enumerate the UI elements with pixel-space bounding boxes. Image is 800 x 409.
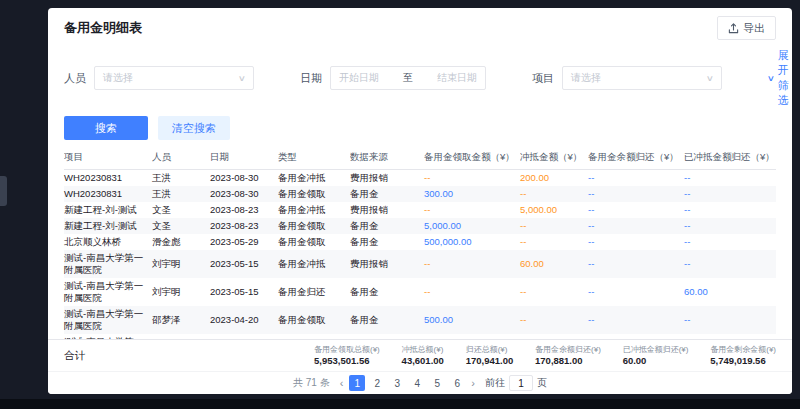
chevron-down-icon: ∨ xyxy=(767,74,775,83)
summary-item: 冲抵总额(¥)43,601.00 xyxy=(402,344,444,367)
offset-amount-cell: 200.00 xyxy=(520,170,588,187)
collapsed-sidebar-handle[interactable] xyxy=(0,176,7,206)
page-button[interactable]: 5 xyxy=(429,375,445,391)
offset-return-cell: -- xyxy=(684,186,776,202)
project-filter: 项目 请选择 ∨ xyxy=(532,66,722,90)
person-cell: 王洪 xyxy=(152,170,210,187)
offset-amount-cell: 5,000.00 xyxy=(520,202,588,218)
offset-return-cell: -- xyxy=(684,170,776,187)
summary-item-value: 170,881.00 xyxy=(535,355,601,367)
source-cell: 费用报销 xyxy=(350,250,424,278)
type-cell: 备用金冲抵 xyxy=(278,250,350,278)
summary-item: 备用金余额归还(¥)170,881.00 xyxy=(535,344,601,367)
date-cell: 2023-08-23 xyxy=(210,202,278,218)
date-filter: 日期 开始日期 至 结束日期 xyxy=(300,66,486,90)
source-cell: 备用金 xyxy=(350,218,424,234)
offset-amount-cell: -- xyxy=(520,306,588,334)
received-amount-cell: 500,000.00 xyxy=(424,234,520,250)
table-row: 新建工程-刘-测试文圣2023-08-23备用金领取备用金5,000.00---… xyxy=(64,218,776,234)
type-cell: 备用金归还 xyxy=(278,278,350,306)
person-filter-label: 人员 xyxy=(64,71,86,86)
received-amount-cell: -- xyxy=(424,170,520,187)
type-cell: 备用金冲抵 xyxy=(278,202,350,218)
export-icon xyxy=(728,23,739,34)
offset-return-cell: -- xyxy=(684,202,776,218)
total-count-text: 共 71 条 xyxy=(293,376,330,390)
received-amount-cell: 500.00 xyxy=(424,306,520,334)
column-header: 冲抵金额（¥） xyxy=(520,146,588,170)
date-end-placeholder: 结束日期 xyxy=(437,71,477,85)
prev-page-icon[interactable]: ‹ xyxy=(338,377,346,389)
summary-item-value: 43,601.00 xyxy=(402,355,444,367)
data-table: 项目人员日期类型数据来源备用金领取金额（¥）冲抵金额（¥）备用金余额归还（¥）已… xyxy=(48,146,792,339)
offset-return-cell: -- xyxy=(684,234,776,250)
card-header: 备用金明细表 导出 xyxy=(48,8,792,44)
export-button[interactable]: 导出 xyxy=(717,16,776,40)
source-cell: 备用金 xyxy=(350,234,424,250)
page-button[interactable]: 4 xyxy=(409,375,425,391)
project-select[interactable]: 请选择 ∨ xyxy=(562,66,722,90)
column-header: 备用金领取金额（¥） xyxy=(424,146,520,170)
clear-search-button[interactable]: 清空搜索 xyxy=(158,116,230,140)
table-row: WH20230831王洪2023-08-30备用金冲抵费用报销--200.00-… xyxy=(64,170,776,187)
type-cell: 备用金冲抵 xyxy=(278,170,350,187)
page-button[interactable]: 1 xyxy=(349,375,365,391)
app-background: 备用金明细表 导出 人员 请选择 ∨ 日期 xyxy=(0,0,800,409)
offset-amount-cell: 60.00 xyxy=(520,250,588,278)
project-cell: WH20230831 xyxy=(64,170,152,187)
source-cell: 备用金 xyxy=(350,186,424,202)
chevron-down-icon: ∨ xyxy=(706,74,714,83)
summary-item: 备用金领取总额(¥)5,953,501.56 xyxy=(314,344,380,367)
table-row: 新建工程-刘-测试文圣2023-08-23备用金冲抵费用报销--5,000.00… xyxy=(64,202,776,218)
page-button[interactable]: 6 xyxy=(449,375,465,391)
search-button[interactable]: 搜索 xyxy=(64,116,148,140)
filter-bar: 人员 请选择 ∨ 日期 开始日期 至 结束日期 项目 请选择 ∨ xyxy=(48,44,792,108)
person-cell: 刘宇明 xyxy=(152,250,210,278)
table-row: 测试-南昌大学第一附属医院邵梦泽2023-04-20备用金领取备用金500.00… xyxy=(64,306,776,334)
column-header: 已冲抵金额归还（¥） xyxy=(684,146,776,170)
summary-item-value: 5,953,501.56 xyxy=(314,355,380,367)
person-cell: 刘宇明 xyxy=(152,278,210,306)
taskbar-strip xyxy=(0,399,800,409)
offset-return-cell: -- xyxy=(684,306,776,334)
date-range-picker[interactable]: 开始日期 至 结束日期 xyxy=(330,66,486,90)
date-cell: 2023-04-20 xyxy=(210,306,278,334)
received-amount-cell: -- xyxy=(424,202,520,218)
balance-return-cell: -- xyxy=(588,186,684,202)
column-header: 项目 xyxy=(64,146,152,170)
summary-item-value: 5,749,019.56 xyxy=(710,355,776,367)
date-range-separator: 至 xyxy=(403,71,413,85)
page-title: 备用金明细表 xyxy=(64,19,142,37)
summary-total-label: 合计 xyxy=(64,349,85,363)
project-cell: 新建工程-刘-测试 xyxy=(64,218,152,234)
goto-page-input[interactable] xyxy=(509,375,533,391)
source-cell: 费用报销 xyxy=(350,170,424,187)
summary-item-label: 冲抵总额(¥) xyxy=(402,344,444,355)
goto-page: 前往 页 xyxy=(485,375,547,391)
column-header: 备用金余额归还（¥） xyxy=(588,146,684,170)
balance-return-cell: -- xyxy=(588,202,684,218)
table-row: 北京顺义林桥滑金彪2023-05-29备用金领取备用金500,000.00---… xyxy=(64,234,776,250)
expand-filters-link[interactable]: ∨ 展开筛选 xyxy=(768,48,789,108)
received-amount-cell: 5,000.00 xyxy=(424,218,520,234)
page-button[interactable]: 2 xyxy=(369,375,385,391)
summary-item-label: 已冲抵金额归还(¥) xyxy=(623,344,689,355)
person-select[interactable]: 请选择 ∨ xyxy=(94,66,254,90)
table-row: 测试-南昌大学第一附属医院刘宇明2023-05-15备用金冲抵费用报销--60.… xyxy=(64,250,776,278)
table-row: 测试-南昌大学第一附属医院刘宇明2023-05-15备用金归还备用金------… xyxy=(64,278,776,306)
balance-return-cell: -- xyxy=(588,170,684,187)
balance-return-cell: -- xyxy=(588,306,684,334)
person-cell: 文圣 xyxy=(152,202,210,218)
search-actions: 搜索 清空搜索 xyxy=(48,108,792,146)
page-button[interactable]: 3 xyxy=(389,375,405,391)
date-cell: 2023-05-15 xyxy=(210,278,278,306)
offset-return-cell: 60.00 xyxy=(684,278,776,306)
person-filter: 人员 请选择 ∨ xyxy=(64,66,254,90)
project-cell: 测试-南昌大学第一附属医院 xyxy=(64,250,152,278)
project-cell: 新建工程-刘-测试 xyxy=(64,202,152,218)
column-header: 日期 xyxy=(210,146,278,170)
summary-item-label: 归还总额(¥) xyxy=(466,344,514,355)
summary-row: 合计 备用金领取总额(¥)5,953,501.56冲抵总额(¥)43,601.0… xyxy=(48,339,792,371)
expand-filters-label: 展开筛选 xyxy=(778,48,789,108)
next-page-icon[interactable]: › xyxy=(469,377,477,389)
